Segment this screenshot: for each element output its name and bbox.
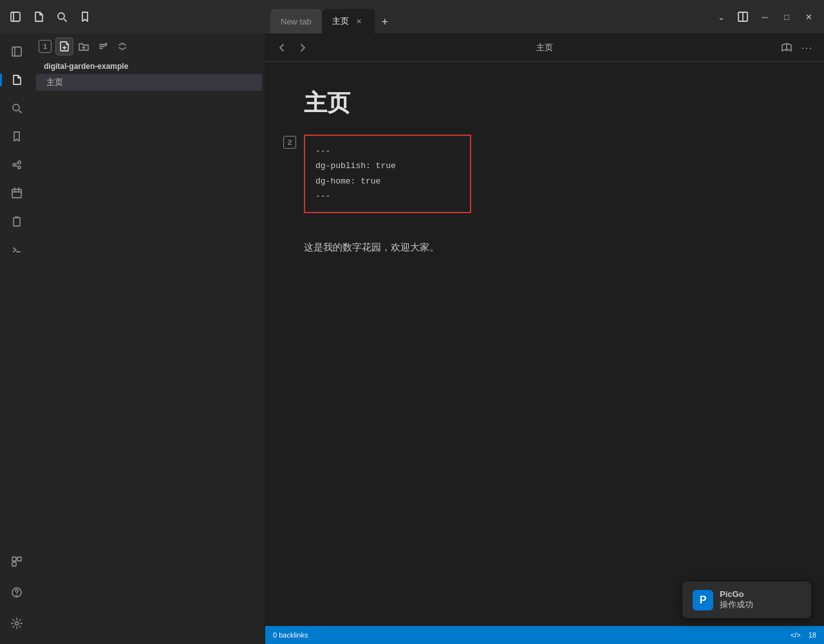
activity-search[interactable] [4,95,30,121]
more-options-btn[interactable]: ⋯ [798,39,816,57]
bookmark-btn[interactable] [75,6,95,27]
notification-app-name: PicGo [720,589,753,599]
editor-toolbar: 主页 ⋯ [265,33,824,62]
svg-point-2 [58,13,64,19]
svg-line-9 [19,111,21,113]
titlebar: New tab 主页 ✕ + ⌄ ─ □ ✕ [0,0,824,33]
code-status[interactable]: </> [791,631,801,639]
svg-rect-23 [12,562,16,566]
activity-bottom [4,549,30,644]
split-editor-btn[interactable] [733,6,753,27]
activity-terminal[interactable] [4,237,30,263]
notification-app-icon: P [693,590,713,611]
activity-files[interactable] [4,67,30,93]
svg-point-26 [15,622,19,625]
sidebar-toolbar: 1 [33,33,265,59]
activity-graph[interactable] [4,152,30,178]
activity-bookmarks[interactable] [4,124,30,149]
files-btn[interactable] [28,6,49,27]
dropdown-btn[interactable]: ⌄ [711,6,731,27]
file-item-homepage-label: 主页 [46,77,63,88]
step-badge-2: 2 [283,136,296,149]
svg-rect-19 [14,218,20,226]
activity-sidebar[interactable] [4,39,30,64]
tabs-container: New tab 主页 ✕ + [270,0,706,33]
svg-line-14 [15,166,18,167]
window-controls: ⌄ ─ □ ✕ [706,6,824,27]
editor-toolbar-right: ⋯ [778,39,816,57]
status-bar: 0 backlinks </> 18 [265,626,824,644]
notification-text: PicGo 操作成功 [720,589,753,611]
minimize-btn[interactable]: ─ [754,6,775,27]
editor-content[interactable]: 主页 2 --- dg-publish: true dg-home: true … [265,62,824,626]
status-bar-right: </> 18 [791,631,816,639]
collapse-btn[interactable] [113,37,131,55]
close-btn[interactable]: ✕ [798,6,819,27]
nav-forward-btn[interactable] [294,39,312,57]
activity-clipboard[interactable] [4,209,30,234]
restore-btn[interactable]: □ [776,6,797,27]
frontmatter-line3: dg-home: true [315,174,460,189]
tab-main-close[interactable]: ✕ [354,16,364,26]
new-tab-btn[interactable]: + [375,12,395,32]
new-folder-btn[interactable] [75,37,93,55]
note-body: 这是我的数字花园，欢迎大家。 [304,239,785,256]
frontmatter-line4: --- [315,189,460,204]
activity-help[interactable] [4,580,30,605]
line-col-status: 18 [809,631,816,639]
svg-rect-0 [11,12,20,21]
frontmatter-line2: dg-publish: true [315,158,460,173]
frontmatter-block: --- dg-publish: true dg-home: true --- [304,135,471,213]
tab-main[interactable]: 主页 ✕ [322,9,375,33]
activity-settings[interactable] [4,611,30,636]
tab-main-label: 主页 [332,15,349,27]
new-note-btn[interactable] [55,37,73,55]
read-mode-btn[interactable] [778,39,796,57]
tab-new-tab-label: New tab [281,17,312,26]
backlinks-status[interactable]: 0 backlinks [273,631,308,639]
svg-rect-15 [12,189,21,198]
activity-remote[interactable] [4,549,30,574]
main-area: 1 digital-garden-example 主页 [0,33,824,644]
svg-line-3 [64,19,66,21]
note-title: 主页 [304,88,785,119]
sidebar: 1 digital-garden-example 主页 [33,33,265,644]
editor-area: 主页 ⋯ 主页 2 --- dg-publish: true dg-home: … [265,33,824,644]
notification-message: 操作成功 [720,599,753,611]
vault-name: digital-garden-example [33,59,265,73]
activity-calendar[interactable] [4,180,30,206]
toggle-sidebar-btn[interactable] [5,6,26,27]
svg-rect-21 [12,557,16,561]
notification-popup: P PicGo 操作成功 [682,582,811,618]
sort-btn[interactable] [94,37,112,55]
search-btn[interactable] [52,6,72,27]
activity-bar [0,33,33,644]
tab-new-tab[interactable]: New tab [270,9,322,33]
file-item-homepage[interactable]: 主页 [36,74,262,91]
svg-point-25 [17,596,17,596]
frontmatter-line1: --- [315,144,460,158]
svg-line-13 [15,163,18,164]
svg-rect-22 [17,557,21,561]
titlebar-left [0,6,270,27]
frontmatter-wrapper: 2 --- dg-publish: true dg-home: true --- [304,135,471,229]
svg-point-8 [13,104,19,111]
nav-back-btn[interactable] [273,39,291,57]
step-badge-1: 1 [39,40,52,53]
editor-breadcrumb: 主页 [314,42,775,53]
svg-rect-6 [12,47,21,56]
